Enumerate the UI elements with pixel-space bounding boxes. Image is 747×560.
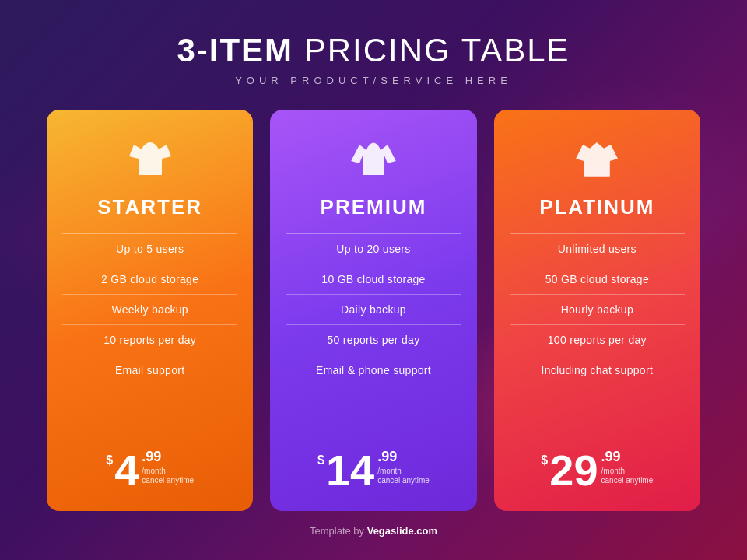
svg-point-1 [596,165,599,168]
premium-features: Up to 20 users 10 GB cloud storage Daily… [286,234,461,435]
platinum-feature-2: 50 GB cloud storage [510,264,685,295]
platinum-features: Unlimited users 50 GB cloud storage Hour… [510,234,685,435]
starter-feature-4: 10 reports per day [62,325,237,355]
page-container: 3-ITEM PRICING TABLE YOUR PRODUCT/SERVIC… [0,0,747,560]
platinum-feature-4: 100 reports per day [510,325,685,355]
premium-title: PREMIUM [321,195,427,219]
pricing-cards: STARTER Up to 5 users 2 GB cloud storage… [47,110,700,511]
footer-brand[interactable]: Vegaslide.com [367,525,437,537]
premium-amount: 14 [326,449,374,492]
premium-cents: .99 [377,449,430,466]
platinum-feature-3: Hourly backup [510,295,685,325]
starter-icon [123,131,177,186]
footer: Template by Vegaslide.com [310,525,437,537]
platinum-price-details: .99 /month cancel anytime [601,449,654,488]
footer-text: Template by [310,525,367,537]
svg-point-2 [596,168,599,171]
platinum-price: $ 29 .99 /month cancel anytime [541,449,653,492]
starter-feature-1: Up to 5 users [62,234,237,264]
platinum-amount: 29 [549,449,598,492]
premium-cancel: cancel anytime [377,476,430,485]
starter-period: /month [142,466,194,476]
premium-price: $ 14 .99 /month cancel anytime [317,449,430,492]
svg-rect-0 [594,156,600,165]
card-premium: PREMIUM Up to 20 users 10 GB cloud stora… [270,110,476,511]
longsleeve-icon [350,135,397,182]
platinum-dollar: $ [541,453,548,467]
starter-feature-2: 2 GB cloud storage [62,264,237,295]
platinum-feature-5: Including chat support [510,355,685,385]
premium-icon [346,131,401,186]
premium-feature-3: Daily backup [286,295,461,325]
platinum-cents: .99 [601,449,654,466]
platinum-icon [570,131,624,186]
header: 3-ITEM PRICING TABLE YOUR PRODUCT/SERVIC… [177,31,570,86]
premium-price-details: .99 /month cancel anytime [377,449,430,488]
suit-icon [573,135,620,182]
starter-features: Up to 5 users 2 GB cloud storage Weekly … [62,234,237,435]
premium-feature-5: Email & phone support [286,355,461,385]
starter-feature-5: Email support [62,355,237,385]
starter-cancel: cancel anytime [142,476,194,485]
premium-feature-2: 10 GB cloud storage [286,264,461,295]
title-bold: 3-ITEM [177,32,293,68]
premium-feature-4: 50 reports per day [286,325,461,355]
platinum-cancel: cancel anytime [601,476,654,485]
premium-period: /month [377,466,430,476]
premium-feature-1: Up to 20 users [286,234,461,264]
page-subtitle: YOUR PRODUCT/SERVICE HERE [177,75,570,86]
starter-amount: 4 [114,449,139,492]
starter-price: $ 4 .99 /month cancel anytime [106,449,194,492]
card-starter: STARTER Up to 5 users 2 GB cloud storage… [47,110,253,511]
tshirt-icon [127,135,174,182]
platinum-feature-1: Unlimited users [510,234,685,264]
title-rest: PRICING TABLE [293,32,570,68]
starter-cents: .99 [142,449,194,466]
platinum-title: PLATINUM [539,195,654,219]
starter-feature-3: Weekly backup [62,295,237,325]
starter-dollar: $ [106,453,113,467]
card-platinum: PLATINUM Unlimited users 50 GB cloud sto… [494,110,700,511]
starter-price-details: .99 /month cancel anytime [142,449,194,488]
platinum-period: /month [601,466,654,476]
premium-dollar: $ [317,453,324,467]
page-title: 3-ITEM PRICING TABLE [177,31,570,70]
starter-title: STARTER [97,195,202,219]
